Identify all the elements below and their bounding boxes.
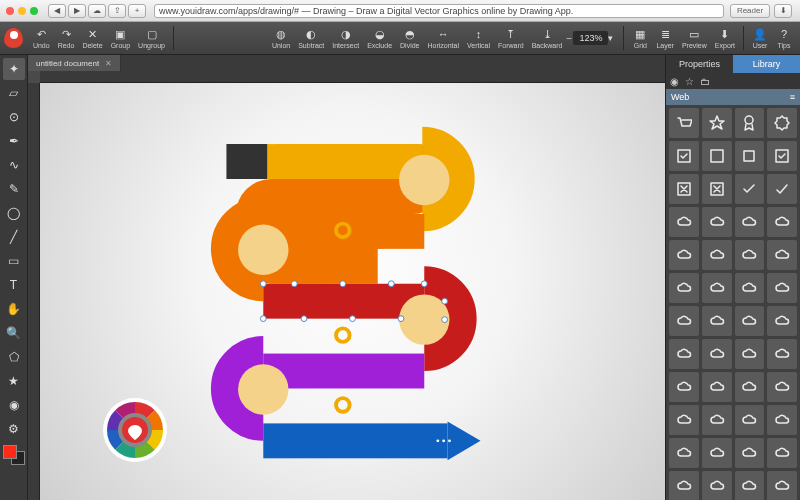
undo-button[interactable]: ↶Undo xyxy=(33,27,50,49)
url-bar[interactable]: www.youidraw.com/apps/drawing/# — Drawin… xyxy=(154,4,724,18)
library-item-check-thin[interactable] xyxy=(767,174,797,204)
library-item-cursor-outline[interactable] xyxy=(702,339,732,369)
library-item-cart[interactable] xyxy=(669,108,699,138)
library-item-chat[interactable] xyxy=(735,471,765,500)
library-item-cursor[interactable] xyxy=(669,339,699,369)
pencil-tool[interactable]: ✎ xyxy=(3,178,25,200)
library-item-cloud-out[interactable] xyxy=(767,273,797,303)
zoom-tool[interactable]: 🔍 xyxy=(3,322,25,344)
library-item-window[interactable] xyxy=(767,372,797,402)
properties-tab[interactable]: Properties xyxy=(666,55,733,73)
library-favorites-icon[interactable]: ☆ xyxy=(685,76,694,87)
library-item-mail[interactable] xyxy=(702,471,732,500)
text-tool[interactable]: T xyxy=(3,274,25,296)
direct-select-tool[interactable]: ▱ xyxy=(3,82,25,104)
layer-button[interactable]: ≣Layer xyxy=(656,27,674,49)
group-button[interactable]: ▣Group xyxy=(111,27,130,49)
library-item-tray-out[interactable] xyxy=(702,438,732,468)
library-item-wifi[interactable] xyxy=(702,306,732,336)
library-category[interactable]: Web ≡ xyxy=(666,89,800,105)
tips-button[interactable]: ?Tips xyxy=(776,27,792,49)
close-tab-icon[interactable]: ✕ xyxy=(105,59,112,68)
library-item-inbox[interactable] xyxy=(702,405,732,435)
library-item-badge[interactable] xyxy=(767,108,797,138)
category-collapse-icon[interactable]: ≡ xyxy=(790,92,795,102)
vertical-button[interactable]: ↕Vertical xyxy=(467,27,490,49)
color-swatches[interactable] xyxy=(3,445,25,465)
user-button[interactable]: 👤User xyxy=(752,27,768,49)
magnet-tool[interactable]: ⊙ xyxy=(3,106,25,128)
forward-button[interactable]: ▶ xyxy=(68,4,86,18)
traffic-min[interactable] xyxy=(18,7,26,15)
library-item-cloud-round[interactable] xyxy=(767,207,797,237)
library-item-page[interactable] xyxy=(735,438,765,468)
library-item-x-square[interactable] xyxy=(669,174,699,204)
library-item-css3[interactable] xyxy=(767,306,797,336)
redo-button[interactable]: ↷Redo xyxy=(58,27,75,49)
library-item-download[interactable] xyxy=(669,405,699,435)
library-item-browser[interactable] xyxy=(735,372,765,402)
reader-button[interactable]: Reader xyxy=(730,4,770,18)
forward-button-z[interactable]: ⤒Forward xyxy=(498,27,524,49)
library-item-cloud-dot[interactable] xyxy=(735,240,765,270)
icloud-button[interactable]: ☁ xyxy=(88,4,106,18)
exclude-button[interactable]: ◒Exclude xyxy=(367,27,392,49)
export-button[interactable]: ⬇Export xyxy=(715,27,735,49)
pen-tool[interactable]: ✒ xyxy=(3,130,25,152)
line-tool[interactable]: ╱ xyxy=(3,226,25,248)
ungroup-button[interactable]: ▢Ungroup xyxy=(138,27,165,49)
backward-button-z[interactable]: ⤓Backward xyxy=(532,27,563,49)
share-button[interactable]: ⇪ xyxy=(108,4,126,18)
grid-button[interactable]: ▦Grid xyxy=(632,27,648,49)
library-item-globe[interactable] xyxy=(669,372,699,402)
rect-tool[interactable]: ▭ xyxy=(3,250,25,272)
rounded-tool[interactable]: ◉ xyxy=(3,394,25,416)
delete-button[interactable]: ✕Delete xyxy=(82,27,102,49)
library-item-globe-grid[interactable] xyxy=(702,372,732,402)
add-button[interactable]: + xyxy=(128,4,146,18)
color-wheel-widget[interactable] xyxy=(100,395,170,465)
library-item-upload[interactable] xyxy=(767,405,797,435)
preview-button[interactable]: ▭Preview xyxy=(682,27,707,49)
ellipse-tool[interactable]: ◯ xyxy=(3,202,25,224)
library-item-feed[interactable] xyxy=(767,471,797,500)
library-item-ribbon[interactable] xyxy=(735,108,765,138)
hand-tool[interactable]: ✋ xyxy=(3,298,25,320)
library-item-square-outline[interactable] xyxy=(702,141,732,171)
document-tab[interactable]: untitled document ✕ xyxy=(28,55,121,71)
library-item-x-square-outline[interactable] xyxy=(702,174,732,204)
library-item-cloud-plus[interactable] xyxy=(767,240,797,270)
library-item-cloud-download[interactable] xyxy=(735,405,765,435)
library-item-tray[interactable] xyxy=(669,438,699,468)
library-item-cloud-outline[interactable] xyxy=(702,207,732,237)
zoom-control[interactable]: – 123% ▾ xyxy=(566,31,613,45)
library-recent-icon[interactable]: ◉ xyxy=(670,76,679,87)
back-button[interactable]: ◀ xyxy=(48,4,66,18)
gear-tool[interactable]: ⚙ xyxy=(3,418,25,440)
library-item-cloud-down[interactable] xyxy=(702,240,732,270)
app-logo[interactable] xyxy=(4,28,23,48)
subtract-button[interactable]: ◐Subtract xyxy=(298,27,324,49)
library-item-html5[interactable] xyxy=(735,306,765,336)
library-item-cloud-up[interactable] xyxy=(669,240,699,270)
brush-tool[interactable]: ∿ xyxy=(3,154,25,176)
library-item-square[interactable] xyxy=(735,141,765,171)
library-item-cloud-dark[interactable] xyxy=(669,273,699,303)
pointer-tool[interactable]: ✦ xyxy=(3,58,25,80)
library-item-check[interactable] xyxy=(735,174,765,204)
library-item-check-square[interactable] xyxy=(669,141,699,171)
library-item-cloud[interactable] xyxy=(669,207,699,237)
library-item-cloud-solid[interactable] xyxy=(735,207,765,237)
intersect-button[interactable]: ◑Intersect xyxy=(332,27,359,49)
star-tool[interactable]: ★ xyxy=(3,370,25,392)
library-item-star[interactable] xyxy=(702,108,732,138)
traffic-close[interactable] xyxy=(6,7,14,15)
library-item-pages[interactable] xyxy=(767,438,797,468)
library-item-document[interactable] xyxy=(669,471,699,500)
library-tab[interactable]: Library xyxy=(733,55,800,73)
traffic-max[interactable] xyxy=(30,7,38,15)
horizontal-button[interactable]: ↔Horizontal xyxy=(428,27,460,49)
divide-button[interactable]: ◓Divide xyxy=(400,27,419,49)
library-item-check-square-outline[interactable] xyxy=(767,141,797,171)
polygon-tool[interactable]: ⬠ xyxy=(3,346,25,368)
